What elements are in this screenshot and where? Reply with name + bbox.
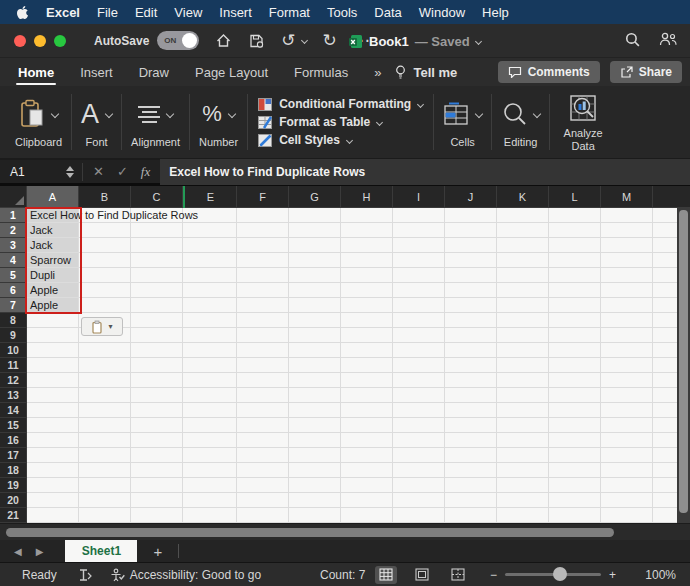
cell-A9[interactable] [27, 328, 79, 343]
cell-L20[interactable] [549, 493, 601, 508]
cell-F17[interactable] [237, 448, 289, 463]
formula-input[interactable]: Excel How to Find Duplicate Rows [160, 159, 690, 185]
cell-G16[interactable] [289, 433, 341, 448]
cell-F2[interactable] [237, 223, 289, 238]
alignment-group[interactable]: Alignment [122, 86, 189, 158]
cell-G13[interactable] [289, 388, 341, 403]
cell-M18[interactable] [601, 463, 653, 478]
cell-J14[interactable] [445, 403, 497, 418]
cell-I18[interactable] [393, 463, 445, 478]
cell-G15[interactable] [289, 418, 341, 433]
cell-B3[interactable] [79, 238, 131, 253]
cell-F16[interactable] [237, 433, 289, 448]
cell-J2[interactable] [445, 223, 497, 238]
cell-I2[interactable] [393, 223, 445, 238]
cell-E15[interactable] [185, 418, 237, 433]
cell-M19[interactable] [601, 478, 653, 493]
row-header-1[interactable]: 1 [0, 208, 27, 223]
cell-M2[interactable] [601, 223, 653, 238]
cell-J13[interactable] [445, 388, 497, 403]
cell-E13[interactable] [185, 388, 237, 403]
tab-formulas[interactable]: Formulas [294, 58, 348, 86]
cell-M3[interactable] [601, 238, 653, 253]
cell-M4[interactable] [601, 253, 653, 268]
name-box[interactable]: A1 [0, 165, 66, 179]
cell-K12[interactable] [497, 373, 549, 388]
column-header-G[interactable]: G [289, 186, 341, 208]
column-header-J[interactable]: J [445, 186, 497, 208]
cell-F8[interactable] [237, 313, 289, 328]
row-header-13[interactable]: 13 [0, 388, 27, 403]
cell-F21[interactable] [237, 508, 289, 523]
cell-I7[interactable] [393, 298, 445, 313]
cell-J5[interactable] [445, 268, 497, 283]
menu-item-format[interactable]: Format [269, 5, 310, 20]
cell-L21[interactable] [549, 508, 601, 523]
cell-J20[interactable] [445, 493, 497, 508]
cell-H15[interactable] [341, 418, 393, 433]
people-icon[interactable] [659, 31, 678, 51]
cell-F7[interactable] [237, 298, 289, 313]
row-header-15[interactable]: 15 [0, 418, 27, 433]
cell-F4[interactable] [237, 253, 289, 268]
cell-M13[interactable] [601, 388, 653, 403]
cell-C13[interactable] [131, 388, 183, 403]
cell-L9[interactable] [549, 328, 601, 343]
cell-M8[interactable] [601, 313, 653, 328]
conditional-formatting-button[interactable]: Conditional Formatting [258, 97, 423, 111]
cell-J9[interactable] [445, 328, 497, 343]
column-header-M[interactable]: M [601, 186, 653, 208]
paste-options-button[interactable]: ▾ [81, 317, 123, 336]
vertical-scrollbar-thumb[interactable] [679, 210, 688, 513]
cell-H12[interactable] [341, 373, 393, 388]
cell-B14[interactable] [79, 403, 131, 418]
cell-B7[interactable] [79, 298, 131, 313]
cell-H4[interactable] [341, 253, 393, 268]
cell-J17[interactable] [445, 448, 497, 463]
font-group[interactable]: A Font [72, 86, 121, 158]
cell-G6[interactable] [289, 283, 341, 298]
cell-A10[interactable] [27, 343, 79, 358]
column-header-K[interactable]: K [497, 186, 549, 208]
cell-E2[interactable] [185, 223, 237, 238]
cell-M16[interactable] [601, 433, 653, 448]
enter-icon[interactable]: ✓ [117, 164, 128, 179]
cell-I14[interactable] [393, 403, 445, 418]
cell-A17[interactable] [27, 448, 79, 463]
cell-F19[interactable] [237, 478, 289, 493]
cell-E11[interactable] [185, 358, 237, 373]
cell-G8[interactable] [289, 313, 341, 328]
cell-L7[interactable] [549, 298, 601, 313]
cell-A11[interactable] [27, 358, 79, 373]
cell-L5[interactable] [549, 268, 601, 283]
cell-K2[interactable] [497, 223, 549, 238]
cell-B10[interactable] [79, 343, 131, 358]
cell-I19[interactable] [393, 478, 445, 493]
row-header-17[interactable]: 17 [0, 448, 27, 463]
cell-L11[interactable] [549, 358, 601, 373]
cell-F6[interactable] [237, 283, 289, 298]
cell-J8[interactable] [445, 313, 497, 328]
row-header-19[interactable]: 19 [0, 478, 27, 493]
cell-M9[interactable] [601, 328, 653, 343]
cell-G4[interactable] [289, 253, 341, 268]
cell-H9[interactable] [341, 328, 393, 343]
sheet-tab-sheet1[interactable]: Sheet1 [65, 540, 137, 562]
vertical-scrollbar[interactable] [677, 208, 690, 523]
undo-dropdown-chevron-icon[interactable] [301, 37, 308, 44]
cell-B13[interactable] [79, 388, 131, 403]
cell-K18[interactable] [497, 463, 549, 478]
cell-I12[interactable] [393, 373, 445, 388]
cell-G18[interactable] [289, 463, 341, 478]
cell-M20[interactable] [601, 493, 653, 508]
normal-view-button[interactable] [375, 566, 397, 584]
undo-icon[interactable]: ↺ [281, 32, 295, 49]
cell-E21[interactable] [185, 508, 237, 523]
menu-item-excel[interactable]: Excel [46, 5, 80, 20]
cell-J7[interactable] [445, 298, 497, 313]
cell-B11[interactable] [79, 358, 131, 373]
cell-G3[interactable] [289, 238, 341, 253]
cell-H8[interactable] [341, 313, 393, 328]
cell-G21[interactable] [289, 508, 341, 523]
cell-A12[interactable] [27, 373, 79, 388]
